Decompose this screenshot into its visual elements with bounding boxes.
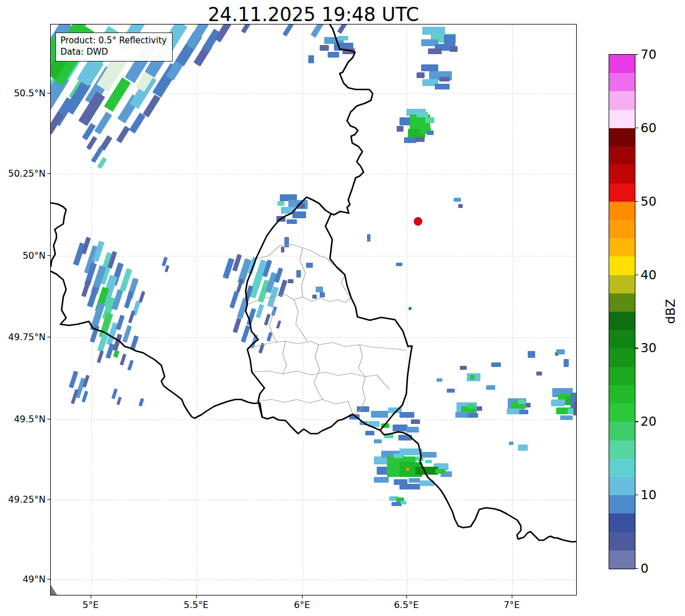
colorbar-segment: [609, 128, 635, 146]
y-axis-tick: [47, 337, 50, 337]
x-axis-tick: [302, 595, 303, 598]
colorbar-segment: [609, 403, 635, 422]
colorbar-segment: [609, 312, 635, 331]
y-axis-tick: [47, 255, 50, 256]
colorbar-tick: [635, 348, 638, 348]
colorbar-segment: [609, 330, 635, 349]
figure-title: 24.11.2025 19:48 UTC: [50, 3, 577, 26]
colorbar-segment: [609, 495, 635, 514]
colorbar-segment: [609, 219, 635, 238]
y-axis-tick-label: 49.5°N: [14, 414, 46, 425]
colorbar-segment: [609, 55, 635, 74]
country-border: [330, 25, 373, 215]
colorbar-axis-label: dBZ: [663, 295, 678, 329]
admin-border: [283, 341, 287, 374]
admin-border: [258, 399, 353, 414]
colorbar-tick: [635, 568, 638, 569]
colorbar-segment: [609, 422, 635, 440]
colorbar-tick: [635, 128, 638, 128]
colorbar-segment: [609, 73, 635, 92]
colorbar-segment: [609, 183, 635, 202]
x-axis-tick-label: 7°E: [504, 599, 520, 610]
colorbar-tick-label: 20: [641, 414, 657, 429]
x-axis-tick: [406, 595, 407, 598]
y-axis-tick: [47, 499, 50, 500]
admin-border: [247, 341, 406, 350]
colorbar-tick: [635, 201, 638, 202]
radar-site-marker: [414, 217, 422, 226]
y-axis-tick: [47, 419, 50, 419]
admin-border: [294, 300, 307, 341]
y-axis-tick-label: 50°N: [23, 250, 46, 261]
colorbar-tick: [635, 495, 638, 495]
admin-border: [252, 371, 389, 389]
colorbar-tick: [635, 421, 638, 422]
colorbar-tick-label: 10: [641, 488, 657, 502]
colorbar-segment: [609, 109, 635, 128]
colorbar-segment: [609, 91, 635, 110]
y-axis-tick: [47, 579, 50, 580]
country-border: [51, 203, 66, 267]
colorbar-tick: [635, 54, 638, 55]
colorbar-segment: [609, 385, 635, 403]
colorbar-tick-label: 30: [641, 341, 657, 355]
x-axis-tick-label: 5.5°E: [184, 599, 209, 610]
country-border: [380, 430, 577, 542]
colorbar-segment: [609, 366, 635, 385]
x-axis-tick-label: 6.5°E: [394, 599, 419, 610]
x-axis-tick: [196, 595, 197, 598]
x-axis-tick-label: 5°E: [83, 599, 99, 610]
y-axis-tick-label: 49°N: [23, 574, 46, 585]
y-axis-tick: [47, 93, 50, 93]
y-axis-tick: [47, 173, 50, 174]
colorbar-segment: [609, 458, 635, 477]
colorbar-segment: [609, 476, 635, 495]
y-axis-tick-label: 50.5°N: [14, 88, 46, 99]
colorbar-segment: [609, 513, 635, 532]
colorbar-segment: [609, 550, 635, 569]
colorbar-segment: [609, 201, 635, 220]
colorbar-tick-label: 70: [641, 47, 657, 62]
colorbar-segment: [609, 256, 635, 275]
admin-border: [270, 297, 277, 342]
radar-map-figure: 24.11.2025 19:48 UTC Product: 0.5° Refle…: [0, 0, 685, 616]
border-lines: [51, 25, 577, 595]
colorbar-segment: [609, 165, 635, 183]
country-border: [51, 271, 262, 418]
country-border: [246, 197, 412, 434]
admin-border: [314, 345, 323, 399]
map-plot-area: [50, 24, 577, 595]
colorbar-segment: [609, 348, 635, 367]
colorbar-segment: [609, 532, 635, 550]
colorbar-segment: [609, 293, 635, 312]
colorbar-segment: [609, 440, 635, 459]
x-axis-tick: [91, 595, 91, 598]
colorbar-tick-label: 40: [641, 267, 657, 282]
colorbar-tick-label: 50: [641, 194, 657, 208]
admin-border: [247, 295, 351, 304]
colorbar-tick-label: 60: [641, 120, 657, 134]
admin-border: [353, 345, 365, 414]
y-axis-tick-label: 49.25°N: [8, 494, 46, 505]
y-axis-tick-label: 50.25°N: [8, 168, 46, 179]
x-axis-tick: [512, 595, 512, 598]
colorbar-tick: [635, 275, 638, 275]
admin-border: [300, 248, 305, 297]
product-info-line2: Data: DWD: [60, 47, 167, 58]
colorbar: [609, 54, 635, 569]
colorbar-segment: [609, 238, 635, 257]
y-axis-tick-label: 49.75°N: [8, 332, 46, 342]
colorbar-segment: [609, 275, 635, 293]
x-axis-tick-label: 6°E: [294, 599, 310, 610]
colorbar-tick-label: 0: [641, 561, 649, 576]
product-info-line1: Product: 0.5° Reflectivity: [60, 35, 167, 47]
product-info-box: Product: 0.5° Reflectivity Data: DWD: [55, 32, 173, 62]
corner-artifact: [51, 583, 58, 595]
colorbar-segment: [609, 146, 635, 165]
